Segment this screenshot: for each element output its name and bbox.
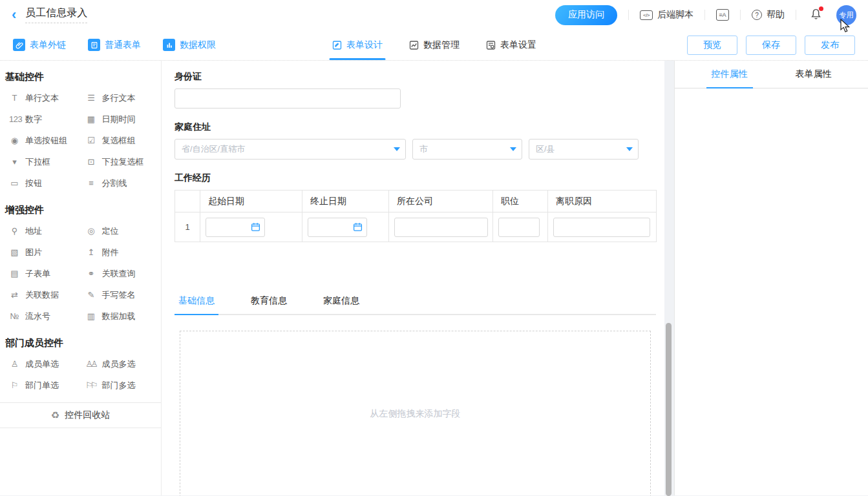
widget-subform[interactable]: ▤子表单 [4,263,81,284]
single-line-text-icon: T [9,94,20,102]
widget-signature[interactable]: ✎手写签名 [81,284,158,305]
dept-icon: ⚐ [9,381,20,389]
widget-label: 下拉复选框 [102,156,144,168]
widget-data-load[interactable]: ▥数据加载 [81,305,158,327]
row-number: 1 [175,212,200,242]
target-icon: ◎ [86,227,97,235]
widget-single-line-text[interactable]: T单行文本 [4,87,81,108]
widget-button[interactable]: ▭按钮 [4,172,81,194]
widget-label: 复选框组 [102,135,136,147]
checkbox-icon: ☑ [86,136,97,145]
recycle-label: 控件回收站 [65,409,110,421]
section-basic-widgets: 基础控件 [0,61,161,87]
notification-badge [819,6,823,11]
id-card-input[interactable] [175,88,401,108]
field-id-card[interactable]: 身份证 [175,71,651,108]
tab-form-settings[interactable]: 表单设置 [485,30,536,60]
publish-button[interactable]: 发布 [805,36,855,55]
dropdown-icon: ▾ [9,158,20,166]
help-button[interactable]: ? 帮助 [752,9,785,21]
toolbar: 表单外链 普通表单 数据权限 [0,30,868,61]
properties-panel: 控件属性 表单属性 [674,61,868,495]
page-title[interactable]: 员工信息录入 [25,6,87,23]
widget-label: 成员单选 [25,358,59,370]
toolbar-buttons: 预览 保存 发布 [687,36,855,55]
widget-select[interactable]: ▾下拉框 [4,151,81,172]
widget-address[interactable]: ⚲地址 [4,220,81,242]
field-work-experience-label: 工作经历 [175,172,651,184]
field-home-address[interactable]: 家庭住址 省/自治区/直辖市 市 区/县 [175,121,651,160]
app-access-button[interactable]: 应用访问 [555,5,617,25]
form-external-link[interactable]: 表单外链 [13,39,66,51]
panel-tab-group: 控件属性 表单属性 [675,61,868,88]
tab-widget-properties[interactable]: 控件属性 [706,61,753,88]
widget-dept-single[interactable]: ⚐部门单选 [4,375,81,396]
col-position: 职位 [493,191,548,212]
language-icon[interactable]: ≡A [716,9,729,21]
widget-image[interactable]: ▧图片 [4,242,81,263]
widget-member-multi[interactable]: ♙♙成员多选 [81,353,158,375]
widget-linked-query[interactable]: ⚭关联查询 [81,263,158,284]
widget-multi-select[interactable]: ⊡下拉复选框 [81,151,158,172]
widget-linked-data[interactable]: ⇄关联数据 [4,284,81,305]
tab-data-management-label: 数据管理 [423,39,460,51]
widget-location[interactable]: ◎定位 [81,220,158,242]
drop-zone[interactable]: 从左侧拖拽来添加字段 [180,331,651,496]
save-button[interactable]: 保存 [746,36,796,55]
widget-serial-number[interactable]: №流水号 [4,305,81,327]
widget-recycle-bin[interactable]: ♻ 控件回收站 [0,402,161,428]
tab-form-design-label: 表单设计 [346,39,383,51]
widget-multi-line-text[interactable]: ☰多行文本 [81,87,158,108]
back-icon[interactable]: ‹ [12,8,16,22]
document-icon [88,39,100,51]
tab-education-info[interactable]: 教育信息 [247,289,291,314]
work-experience-table: 起始日期 终止日期 所在公司 职位 离职原因 1 [175,190,657,242]
widget-divider[interactable]: ≡分割线 [81,172,158,194]
tab-form-properties[interactable]: 表单属性 [790,61,837,88]
end-date-input[interactable] [308,218,367,237]
dept-member-widget-grid: ♙成员单选 ♙♙成员多选 ⚐部门单选 ⚐⚐部门多选 [0,353,161,396]
city-select[interactable]: 市 [412,139,522,160]
col-index [175,191,200,212]
leave-reason-input[interactable] [553,218,650,237]
pen-icon: ✎ [86,291,97,299]
tab-data-management[interactable]: 数据管理 [408,30,460,60]
widget-checkbox-group[interactable]: ☑复选框组 [81,130,158,151]
serial-icon: № [9,312,20,320]
start-date-input[interactable] [206,218,265,237]
widget-member-single[interactable]: ♙成员单选 [4,353,81,375]
widget-number[interactable]: 123数字 [4,108,81,130]
widget-attachment[interactable]: ↥附件 [81,242,158,263]
data-load-icon: ▥ [86,312,97,320]
widget-label: 多行文本 [102,92,136,104]
button-icon: ▭ [9,179,20,187]
widget-radio-group[interactable]: ◉单选按钮组 [4,130,81,151]
backend-script-button[interactable]: </> 后端脚本 [640,9,693,21]
calendar-icon: ▦ [86,115,97,123]
notification-bell-icon[interactable] [810,8,822,23]
field-home-address-label: 家庭住址 [175,121,651,133]
position-input[interactable] [498,218,540,237]
widget-label: 附件 [102,247,119,258]
widget-dept-multi[interactable]: ⚐⚐部门多选 [81,375,158,396]
district-select[interactable]: 区/县 [529,139,639,160]
province-select[interactable]: 省/自治区/直辖市 [175,139,406,160]
field-id-card-label: 身份证 [175,71,651,83]
data-permission-link[interactable]: 数据权限 [163,39,216,51]
widget-label: 单选按钮组 [25,135,67,147]
tab-family-info[interactable]: 家庭信息 [319,289,363,314]
number-icon: 123 [9,115,20,123]
normal-form-link[interactable]: 普通表单 [88,39,141,51]
preview-button[interactable]: 预览 [687,36,737,55]
top-bar: ‹ 员工信息录入 应用访问 </> 后端脚本 ≡A ? 帮助 专用 [0,0,868,30]
avatar[interactable]: 专用 [836,5,856,25]
scrollbar-thumb[interactable] [666,323,672,496]
field-work-experience[interactable]: 工作经历 起始日期 终止日期 所在公司 职位 离职原因 1 [175,172,651,242]
divider [796,10,796,20]
tab-form-design[interactable]: 表单设计 [332,30,383,60]
widget-datetime[interactable]: ▦日期时间 [81,108,158,130]
multi-line-text-icon: ☰ [86,94,97,102]
company-input[interactable] [394,218,488,237]
widget-label: 成员多选 [102,358,136,370]
tab-basic-info[interactable]: 基础信息 [175,289,218,314]
